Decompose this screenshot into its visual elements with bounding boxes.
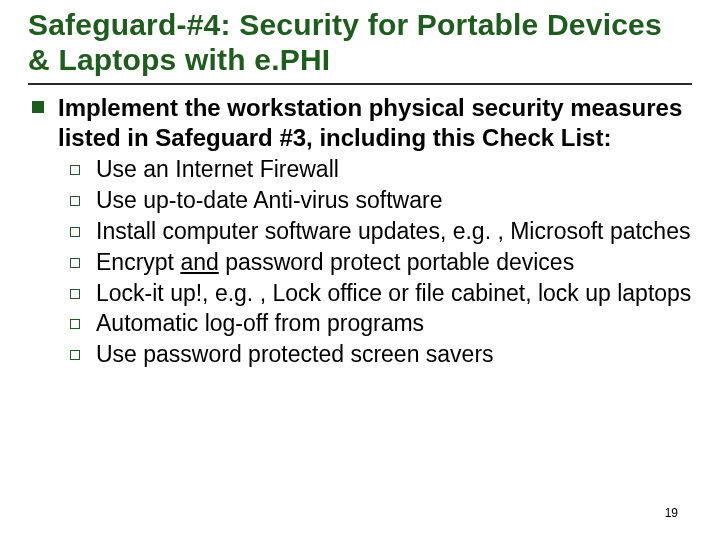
slide: Safeguard-#4: Security for Portable Devi… bbox=[0, 0, 720, 370]
hollow-square-icon bbox=[70, 350, 80, 360]
square-bullet-icon bbox=[32, 101, 44, 113]
hollow-square-icon bbox=[70, 196, 80, 206]
list-item-text: Use password protected screen savers bbox=[96, 340, 494, 370]
list-item: Automatic log-off from programs bbox=[70, 309, 692, 339]
main-bullet-text: Implement the workstation physical secur… bbox=[58, 93, 692, 153]
list-item: Encrypt and password protect portable de… bbox=[70, 248, 692, 278]
list-item: Install computer software updates, e.g. … bbox=[70, 217, 692, 247]
slide-title: Safeguard-#4: Security for Portable Devi… bbox=[28, 8, 692, 77]
list-item: Use up-to-date Anti-virus software bbox=[70, 186, 692, 216]
list-item-text: Automatic log-off from programs bbox=[96, 309, 424, 339]
checklist: Use an Internet Firewall Use up-to-date … bbox=[28, 155, 692, 370]
list-item-text: Use up-to-date Anti-virus software bbox=[96, 186, 442, 216]
list-item: Lock-it up!, e.g. , Lock office or file … bbox=[70, 279, 692, 309]
list-item-text: Use an Internet Firewall bbox=[96, 155, 339, 185]
hollow-square-icon bbox=[70, 227, 80, 237]
hollow-square-icon bbox=[70, 319, 80, 329]
list-item: Use an Internet Firewall bbox=[70, 155, 692, 185]
hollow-square-icon bbox=[70, 289, 80, 299]
hollow-square-icon bbox=[70, 165, 80, 175]
title-divider bbox=[28, 83, 692, 85]
list-item-text: Encrypt and password protect portable de… bbox=[96, 248, 574, 278]
list-item-text: Install computer software updates, e.g. … bbox=[96, 217, 690, 247]
page-number: 19 bbox=[665, 506, 678, 520]
hollow-square-icon bbox=[70, 258, 80, 268]
main-bullet: Implement the workstation physical secur… bbox=[28, 93, 692, 153]
list-item-text: Lock-it up!, e.g. , Lock office or file … bbox=[96, 279, 691, 309]
list-item: Use password protected screen savers bbox=[70, 340, 692, 370]
